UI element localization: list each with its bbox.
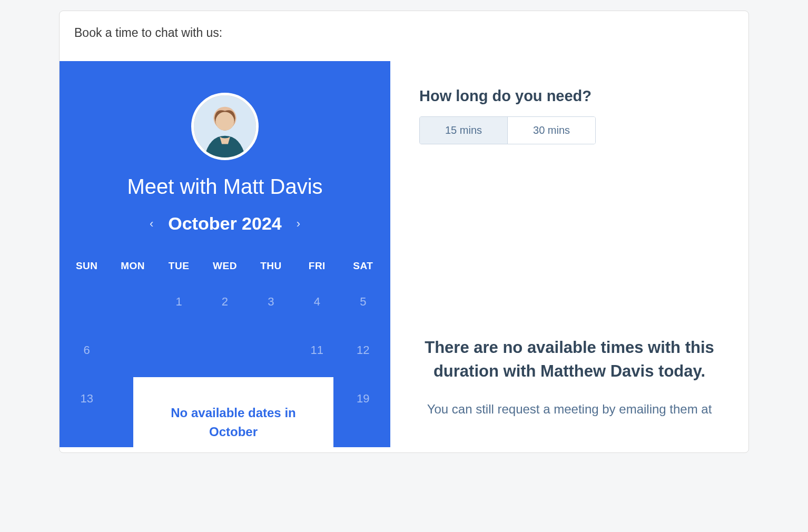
day-cell[interactable]: 1 bbox=[156, 293, 202, 311]
dow-mon: MON bbox=[110, 260, 155, 272]
dow-fri: FRI bbox=[294, 260, 340, 272]
day-cell bbox=[110, 341, 155, 359]
card-title: Book a time to chat with us: bbox=[74, 26, 734, 40]
day-cell[interactable]: 11 bbox=[294, 341, 340, 359]
dow-sun: SUN bbox=[64, 260, 110, 272]
no-dates-message: No available dates in October bbox=[171, 406, 295, 439]
day-cell[interactable]: 4 bbox=[294, 293, 340, 311]
day-cell bbox=[64, 293, 110, 311]
no-times-subtitle: You can still request a meeting by email… bbox=[423, 399, 715, 419]
avatar bbox=[191, 93, 259, 160]
duration-option-30[interactable]: 30 mins bbox=[507, 117, 595, 144]
duration-panel: How long do you need? 15 mins 30 mins Th… bbox=[390, 61, 748, 447]
dow-wed: WED bbox=[202, 260, 248, 272]
month-label: October 2024 bbox=[168, 213, 281, 234]
day-cell[interactable]: 6 bbox=[64, 341, 110, 359]
day-of-week-row: SUN MON TUE WED THU FRI SAT bbox=[60, 260, 390, 272]
booking-widget: Meet with Matt Davis ‹ October 2024 › SU… bbox=[60, 61, 748, 447]
booking-card: Book a time to chat with us: Meet with M… bbox=[59, 11, 749, 453]
day-cell[interactable]: 13 bbox=[64, 390, 110, 408]
dow-tue: TUE bbox=[156, 260, 202, 272]
duration-option-15[interactable]: 15 mins bbox=[420, 117, 507, 144]
duration-heading: How long do you need? bbox=[419, 87, 720, 105]
day-cell bbox=[156, 341, 202, 359]
day-cell[interactable]: 12 bbox=[340, 341, 386, 359]
prev-month-button[interactable]: ‹ bbox=[150, 217, 153, 231]
day-cell bbox=[110, 293, 155, 311]
day-cell[interactable]: 3 bbox=[248, 293, 294, 311]
day-cell[interactable]: 5 bbox=[340, 293, 386, 311]
meet-title: Meet with Matt Davis bbox=[60, 175, 390, 199]
card-header: Book a time to chat with us: bbox=[60, 11, 748, 61]
day-cell[interactable]: 19 bbox=[340, 390, 386, 408]
dow-sat: SAT bbox=[340, 260, 386, 272]
no-times-title: There are no available times with this d… bbox=[423, 336, 715, 383]
no-times-block: There are no available times with this d… bbox=[419, 336, 720, 419]
day-cell bbox=[202, 341, 248, 359]
duration-toggle: 15 mins 30 mins bbox=[419, 116, 596, 144]
day-cell bbox=[248, 341, 294, 359]
no-dates-popup: No available dates in October bbox=[133, 377, 333, 447]
svg-point-2 bbox=[215, 112, 234, 130]
dow-thu: THU bbox=[248, 260, 294, 272]
month-nav: ‹ October 2024 › bbox=[60, 213, 390, 234]
day-cell[interactable]: 2 bbox=[202, 293, 248, 311]
avatar-placeholder-icon bbox=[194, 95, 256, 157]
next-month-button[interactable]: › bbox=[297, 217, 300, 231]
avatar-wrap bbox=[60, 93, 390, 160]
calendar-panel: Meet with Matt Davis ‹ October 2024 › SU… bbox=[60, 61, 390, 447]
